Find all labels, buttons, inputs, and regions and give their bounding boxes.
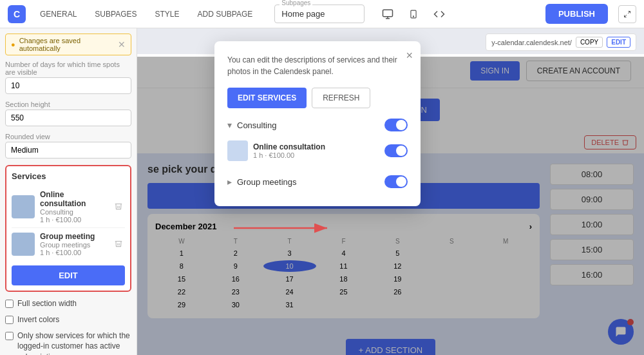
section-height-field: Section height xyxy=(5,101,131,126)
services-section: Services Online consultation Consulting … xyxy=(5,165,131,292)
consulting-toggle[interactable] xyxy=(384,119,408,131)
nav-style[interactable]: STYLE xyxy=(151,7,184,21)
autosave-close[interactable]: ✕ xyxy=(118,39,126,50)
svg-line-5 xyxy=(628,11,630,14)
svg-line-6 xyxy=(625,15,627,17)
consulting-category-name: Consulting xyxy=(237,120,276,130)
subpages-selector: Subpages Home page xyxy=(274,5,365,23)
consulting-chevron[interactable]: ▾ xyxy=(227,120,232,130)
checkbox-subscriptions: Only show services for which the logged-… xyxy=(5,331,131,355)
section-height-input[interactable] xyxy=(5,110,131,126)
dialog-service-duration-0: 1 h · €100.00 xyxy=(253,151,325,159)
service-category-1: Group meetings xyxy=(40,241,107,249)
service-image-1 xyxy=(12,233,35,256)
mobile-view-btn[interactable] xyxy=(403,4,424,24)
autosave-text: Changes are saved automatically xyxy=(19,37,114,52)
service-price-1: 1 h · €100.00 xyxy=(40,249,107,256)
dialog-close-button[interactable]: × xyxy=(406,49,413,62)
group-meetings-toggle[interactable] xyxy=(384,175,408,188)
svg-rect-0 xyxy=(383,10,393,17)
nav-add-subpage[interactable]: ADD SUBPAGE xyxy=(194,7,257,21)
url-copy-button[interactable]: COPY xyxy=(576,37,603,48)
online-consultation-toggle[interactable] xyxy=(384,144,408,157)
num-days-label: Number of days for which time spots are … xyxy=(5,61,131,76)
top-nav: C GENERAL SUBPAGES STYLE ADD SUBPAGE Sub… xyxy=(0,0,644,28)
publish-button[interactable]: PUBLISH xyxy=(545,4,608,24)
dialog-service-img-0 xyxy=(227,140,248,161)
group-meetings-category-name: Group meetings xyxy=(237,177,297,187)
subscriptions-label: Only show services for which the logged-… xyxy=(17,331,131,355)
subpages-dropdown[interactable]: Home page xyxy=(274,5,365,23)
dialog-service-online-consultation: Online consultation 1 h · €100.00 xyxy=(227,137,408,165)
nav-subpages[interactable]: SUBPAGES xyxy=(91,7,140,21)
desktop-view-btn[interactable] xyxy=(377,4,398,24)
subscriptions-checkbox[interactable] xyxy=(5,332,14,340)
checkbox-invert: Invert colors xyxy=(5,314,131,325)
left-panel: ● Changes are saved automatically ✕ Numb… xyxy=(0,28,137,355)
dialog-description: You can edit the descriptions of service… xyxy=(227,54,408,77)
svg-point-4 xyxy=(413,15,414,16)
autosave-bar: ● Changes are saved automatically ✕ xyxy=(5,34,131,55)
service-category-0: Consulting xyxy=(40,208,107,216)
service-name-1: Group meeting xyxy=(40,232,107,241)
num-days-input[interactable] xyxy=(5,77,131,94)
service-name-0: Online consultation xyxy=(40,190,107,208)
service-delete-1[interactable] xyxy=(112,238,125,251)
rounded-view-field: Rounded view Medium xyxy=(5,133,131,158)
logo: C xyxy=(8,5,26,23)
dialog-edit-services-button[interactable]: EDIT SERVICES xyxy=(227,88,307,108)
nav-general[interactable]: GENERAL xyxy=(36,7,80,21)
service-delete-0[interactable] xyxy=(112,200,125,213)
view-icons xyxy=(377,4,450,24)
dialog-service-name-0: Online consultation xyxy=(253,142,325,151)
expand-button[interactable] xyxy=(618,5,636,23)
service-image-0 xyxy=(12,195,35,218)
section-height-label: Section height xyxy=(5,101,131,108)
code-view-btn[interactable] xyxy=(429,4,450,24)
rounded-view-select[interactable]: Medium xyxy=(5,142,131,158)
service-item-group-meeting: Group meeting Group meetings 1 h · €100.… xyxy=(12,228,125,260)
edit-button[interactable]: EDIT xyxy=(12,265,125,285)
consulting-header: ▾ Consulting xyxy=(227,119,408,131)
invert-checkbox[interactable] xyxy=(5,316,14,324)
group-meetings-header: ▸ Group meetings xyxy=(227,175,408,188)
dialog-consulting-section: ▾ Consulting Online consultation 1 h · €… xyxy=(227,119,408,165)
checkbox-full-width: Full section width xyxy=(5,298,131,309)
full-width-checkbox[interactable] xyxy=(5,300,14,308)
group-meetings-chevron[interactable]: ▸ xyxy=(227,177,232,187)
service-item-online-consultation: Online consultation Consulting 1 h · €10… xyxy=(12,186,125,228)
url-text: y-calendar.calendesk.net/ xyxy=(491,39,572,46)
dialog-actions: EDIT SERVICES REFRESH xyxy=(227,88,408,108)
invert-label: Invert colors xyxy=(17,314,59,325)
url-bar: y-calendar.calendesk.net/ COPY EDIT xyxy=(486,34,636,51)
edit-services-dialog: × You can edit the descriptions of servi… xyxy=(214,41,421,206)
rounded-view-label: Rounded view xyxy=(5,133,131,140)
num-days-field: Number of days for which time spots are … xyxy=(5,61,131,94)
services-title: Services xyxy=(12,171,125,181)
main-area: y-calendar.calendesk.net/ COPY EDIT SIGN… xyxy=(137,28,644,355)
service-price-0: 1 h · €100.00 xyxy=(40,216,107,224)
subpages-label: Subpages xyxy=(279,0,312,6)
dialog-refresh-button[interactable]: REFRESH xyxy=(312,88,370,108)
url-edit-button[interactable]: EDIT xyxy=(607,37,630,48)
dialog-group-meetings-section: ▸ Group meetings xyxy=(227,175,408,188)
full-width-label: Full section width xyxy=(17,298,77,309)
